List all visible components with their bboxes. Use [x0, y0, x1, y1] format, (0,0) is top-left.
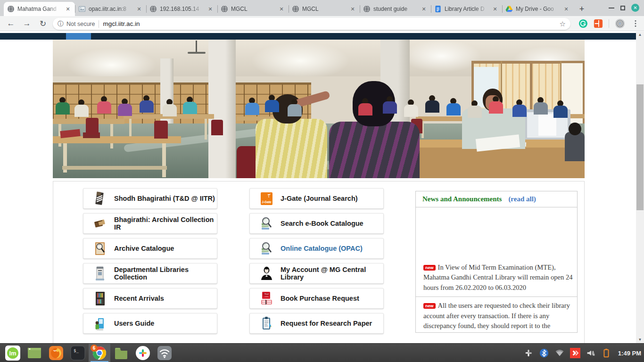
link-button-book-purchase-request[interactable]: ReadкнигаBook Purchase Request	[249, 288, 384, 309]
tab-close-icon[interactable]: ✕	[349, 5, 356, 13]
taskbar-chrome[interactable]: 6	[89, 344, 110, 362]
tab-list: Mahatma Gand✕opac.iitr.ac.in:8✕192.168.1…	[4, 2, 588, 16]
link-button-departmental-libraries-collection[interactable]: Departmental Libraries Collection	[83, 263, 217, 284]
link-button-users-guide[interactable]: Users Guide	[83, 313, 217, 334]
link-button-archive-catalogue[interactable]: Archive Catalogue	[83, 238, 217, 259]
photo-person	[553, 100, 568, 118]
avatar-icon[interactable]	[615, 18, 625, 29]
browser-tab-3[interactable]: MGCL✕	[217, 2, 289, 16]
photo-shape	[62, 166, 167, 170]
red-book-icon: Readкнига	[260, 291, 273, 306]
globe-icon	[7, 5, 15, 13]
tab-close-icon[interactable]: ✕	[206, 5, 214, 13]
security-label: Not secure	[66, 21, 95, 27]
scroll-up-arrow-icon[interactable]: ▲	[636, 32, 644, 38]
photo-person	[265, 95, 279, 112]
tab-close-icon[interactable]: ✕	[420, 5, 428, 13]
link-button-request-for-research-paper[interactable]: Request for Research Paper	[249, 313, 384, 334]
security-chip[interactable]: ⓘ Not secure	[58, 20, 95, 28]
link-button-label: Request for Research Paper	[281, 320, 372, 327]
taskbar-terminal[interactable]: $_	[67, 344, 89, 362]
link-button-shodh-bhagirathi-t-d-iitr[interactable]: Shodh Bhagirathi (T&D @ IITR)	[83, 188, 217, 209]
new-tab-button[interactable]: +	[575, 2, 588, 16]
scrollbar-thumb[interactable]	[636, 84, 644, 210]
slack-tray-icon[interactable]	[523, 348, 534, 358]
taskbar-slack[interactable]	[132, 344, 154, 362]
kebab-icon[interactable]	[631, 19, 640, 28]
link-button-my-account-mg-central-library[interactable]: My Account @ MG Central Library	[249, 263, 384, 284]
new-badge: new	[423, 303, 436, 309]
photo-person	[245, 98, 259, 115]
photo-shape	[205, 119, 207, 140]
photo-person	[97, 96, 111, 114]
link-button-label: Online Catalogue (OPAC)	[281, 245, 363, 252]
taskbar-show-desktop[interactable]	[24, 344, 45, 362]
slack-icon	[135, 345, 151, 361]
link-button-search-e-book-catalogue[interactable]: Search e-Book Catalogue	[249, 213, 384, 234]
photo-person-torso	[163, 104, 177, 116]
site-nav-active-item[interactable]	[66, 33, 91, 40]
battery-icon[interactable]	[601, 348, 611, 358]
minimize-button-icon[interactable]	[609, 8, 614, 8]
photo-person	[163, 99, 177, 116]
volume-muted-icon[interactable]	[586, 348, 596, 358]
reload-button[interactable]: ↻	[37, 17, 49, 30]
search-books-icon	[260, 216, 273, 231]
link-button-recent-arrivals[interactable]: Recent Arrivals	[83, 288, 217, 309]
link-button-j-gate-journal-search[interactable]: J-GateJ-Gate (Journal Search)	[249, 188, 384, 209]
photo-person-torso	[245, 103, 259, 115]
link-button-label: Users Guide	[114, 320, 154, 327]
browser-tab-1[interactable]: opac.iitr.ac.in:8✕	[75, 2, 146, 16]
browser-tab-0[interactable]: Mahatma Gand✕	[4, 2, 75, 16]
back-button[interactable]: ←	[5, 17, 17, 30]
forward-button[interactable]: →	[21, 17, 33, 30]
tab-close-icon[interactable]: ✕	[491, 5, 499, 13]
browser-tab-4[interactable]: MGCL✕	[289, 2, 360, 16]
restore-button-icon[interactable]	[620, 6, 625, 10]
link-button-online-catalogue-opac[interactable]: Online Catalogue (OPAC)	[249, 238, 384, 259]
close-button-icon[interactable]: ✕	[631, 4, 639, 12]
link-button-label: Archive Catalogue	[114, 245, 174, 252]
content-panel: Shodh Bhagirathi (T&D @ IITR)Bhagirathi:…	[53, 181, 585, 343]
link-button-label: Bhagirathi: Archival Collection IR	[114, 216, 217, 231]
bookmark-star-icon[interactable]: ☆	[560, 20, 566, 28]
browser-tab-6[interactable]: Library Article D✕	[431, 2, 502, 16]
photo-person	[56, 97, 70, 115]
window-controls: ✕	[609, 4, 639, 12]
page-scrollbar[interactable]: ▲ ▼	[636, 32, 644, 343]
person-icon	[260, 266, 273, 281]
link-button-label: Shodh Bhagirathi (T&D @ IITR)	[114, 195, 215, 202]
scroll-down-arrow-icon[interactable]: ▼	[636, 337, 644, 343]
archive-box-icon	[94, 216, 107, 231]
browser-tab-7[interactable]: My Drive - Goo✕	[502, 2, 573, 16]
tab-close-icon[interactable]: ✕	[278, 5, 285, 13]
news-item: newAll the users are requested to check …	[416, 297, 577, 333]
tab-close-icon[interactable]: ✕	[135, 5, 143, 13]
news-read-all-link[interactable]: (read all)	[508, 195, 536, 203]
tab-title: 192.168.105.14	[160, 6, 204, 12]
bluetooth-icon[interactable]	[539, 348, 549, 358]
photo-shape	[211, 120, 223, 135]
layout-grid-icon[interactable]	[594, 19, 603, 28]
taskbar-firefox[interactable]	[45, 344, 67, 362]
anydesk-icon[interactable]	[570, 348, 580, 358]
browser-tab-2[interactable]: 192.168.105.14✕	[146, 2, 217, 16]
tab-close-icon[interactable]: ✕	[562, 5, 570, 13]
svg-text:книга: книга	[265, 295, 269, 297]
taskbar-mint-menu[interactable]: lm	[2, 344, 24, 362]
link-button-bhagirathi-archival-collection-ir[interactable]: Bhagirathi: Archival Collection IR	[83, 213, 217, 234]
chrome-notification-badge: 6	[91, 345, 98, 352]
wifi-icon[interactable]	[554, 348, 565, 358]
photo-person-torso	[553, 106, 568, 118]
news-item: newIn View of Mid Term Examination (MTE)…	[416, 207, 577, 297]
taskbar-network[interactable]	[154, 344, 175, 362]
address-bar[interactable]: ⓘ Not secure mgcl.iitr.ac.in ☆	[53, 18, 570, 30]
taskbar-clock[interactable]: 1:49 PM	[618, 350, 641, 357]
browser-tab-5[interactable]: student guide✕	[360, 2, 431, 16]
taskbar-files[interactable]	[110, 344, 132, 362]
tab-close-icon[interactable]: ✕	[64, 5, 72, 13]
grammarly-icon[interactable]	[578, 19, 588, 28]
broken-image-icon	[78, 5, 86, 13]
photo-person	[489, 96, 503, 114]
taskbar-launchers: lm$_6	[2, 344, 175, 362]
